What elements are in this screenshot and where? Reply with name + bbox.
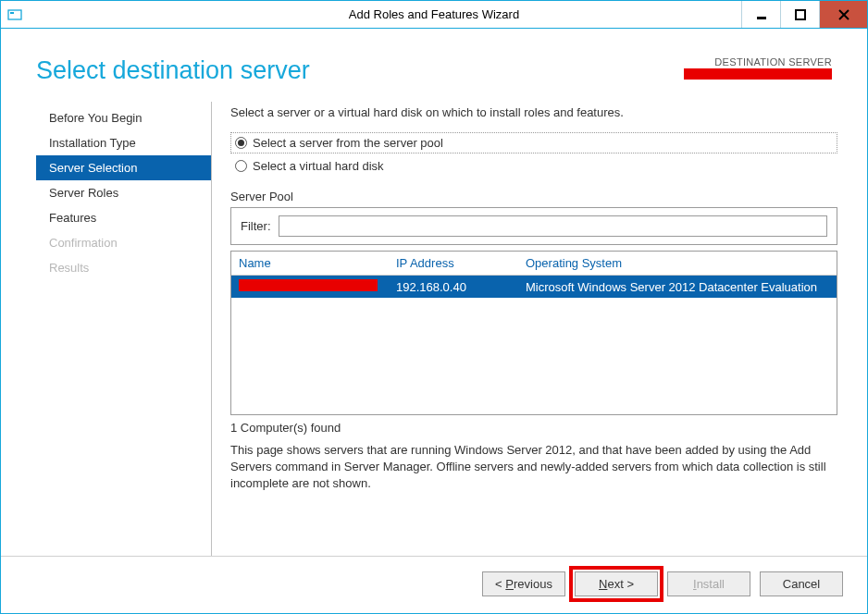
radio-label: Select a server from the server pool (253, 136, 443, 150)
svg-rect-2 (757, 17, 766, 19)
content-pane: Select a server or a virtual hard disk o… (212, 102, 845, 556)
destination-server-redacted (684, 68, 832, 80)
next-button[interactable]: Next > (575, 571, 658, 596)
main-row: Before You Begin Installation Type Serve… (1, 102, 867, 556)
radio-server-pool[interactable]: Select a server from the server pool (230, 132, 837, 154)
page-title: Select destination server (36, 56, 310, 85)
server-grid: Name IP Address Operating System 192.168… (230, 251, 837, 415)
nav-before-you-begin[interactable]: Before You Begin (36, 105, 211, 130)
maximize-button[interactable] (780, 1, 819, 28)
app-icon (6, 6, 23, 23)
install-button: Install (667, 571, 750, 596)
radio-icon (235, 137, 247, 149)
nav-server-selection[interactable]: Server Selection (36, 155, 211, 180)
server-pool-label: Server Pool (230, 190, 837, 203)
minimize-button[interactable] (741, 1, 780, 28)
svg-rect-1 (10, 12, 14, 14)
content-area: Select destination server DESTINATION SE… (1, 29, 867, 613)
filter-box: Filter: (230, 207, 837, 245)
wizard-window: Add Roles and Features Wizard Select des… (0, 0, 868, 614)
svg-rect-0 (8, 10, 21, 19)
instruction-text: Select a server or a virtual hard disk o… (230, 105, 837, 119)
nav-results: Results (36, 255, 211, 280)
destination-label: DESTINATION SERVER (684, 56, 832, 68)
wizard-nav: Before You Begin Installation Type Serve… (36, 102, 212, 556)
header-row: Select destination server DESTINATION SE… (1, 29, 867, 102)
nav-server-roles[interactable]: Server Roles (36, 180, 211, 205)
cell-ip: 192.168.0.40 (396, 280, 526, 294)
titlebar: Add Roles and Features Wizard (1, 1, 867, 29)
close-button[interactable] (819, 1, 867, 28)
window-title: Add Roles and Features Wizard (1, 7, 867, 21)
cell-os: Microsoft Windows Server 2012 Datacenter… (526, 280, 829, 294)
destination-block: DESTINATION SERVER (684, 56, 832, 80)
page-description: This page shows servers that are running… (230, 442, 837, 493)
filter-label: Filter: (241, 219, 271, 233)
grid-header: Name IP Address Operating System (231, 252, 837, 276)
col-name[interactable]: Name (239, 256, 396, 270)
nav-features[interactable]: Features (36, 205, 211, 230)
computers-found: 1 Computer(s) found (230, 421, 837, 435)
server-row[interactable]: 192.168.0.40 Microsoft Windows Server 20… (231, 276, 837, 298)
cell-name (239, 279, 396, 294)
wizard-footer: < Previous Next > Install Cancel (1, 556, 867, 613)
svg-rect-3 (796, 10, 805, 19)
nav-installation-type[interactable]: Installation Type (36, 130, 211, 155)
col-os[interactable]: Operating System (526, 256, 829, 270)
radio-label: Select a virtual hard disk (253, 159, 384, 173)
nav-confirmation: Confirmation (36, 230, 211, 255)
previous-button[interactable]: < Previous (482, 571, 565, 596)
server-name-redacted (239, 279, 378, 291)
cancel-button[interactable]: Cancel (760, 571, 843, 596)
radio-vhd[interactable]: Select a virtual hard disk (230, 155, 837, 177)
col-ip[interactable]: IP Address (396, 256, 526, 270)
window-controls (741, 1, 867, 28)
radio-icon (235, 160, 247, 172)
filter-input[interactable] (279, 215, 828, 237)
